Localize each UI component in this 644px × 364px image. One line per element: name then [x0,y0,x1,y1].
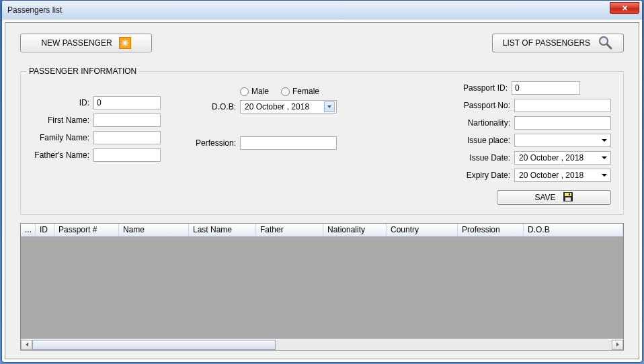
grid-hscrollbar[interactable] [21,338,623,350]
grid-col-profession[interactable]: Profession [458,224,524,236]
grid-col-country[interactable]: Country [387,224,458,236]
family-name-field[interactable] [93,131,161,144]
label-family-name: Family Name: [33,133,89,142]
issue-date-picker[interactable]: 20 October , 2018 [514,151,611,165]
grid-col-nationality[interactable]: Nationality [323,224,387,236]
label-issue-place: Issue place: [456,136,510,145]
expiry-date-picker[interactable]: 20 October , 2018 [514,169,611,182]
nationality-field[interactable] [514,116,611,130]
window: Passengers list ✕ NEW PASSENGER LIST OF … [1,0,643,363]
save-button[interactable]: SAVE [497,190,611,205]
label-dob: D.O.B: [194,102,236,111]
scroll-thumb[interactable] [32,340,276,350]
label-passport-id: Passport ID: [454,83,508,93]
grid-col-passport[interactable]: Passport # [54,224,119,236]
form-grid: ID: First Name: Family Name: Father's Na… [33,81,611,205]
svg-rect-7 [565,193,571,196]
grid-col-dob[interactable]: D.O.B [524,224,623,236]
label-profession: Perfession: [194,138,236,148]
chevron-down-icon [600,153,609,163]
chevron-down-icon [600,136,609,145]
male-radio[interactable]: Male [240,87,269,96]
search-icon [597,34,613,52]
label-nationality: Nartionality: [456,118,510,128]
scroll-left-button[interactable] [21,340,32,350]
scroll-track[interactable] [32,340,612,350]
new-passenger-label: NEW PASSENGER [41,38,112,48]
close-button[interactable]: ✕ [610,2,639,14]
chevron-down-icon [600,171,609,180]
label-expiry-date: Expiry Date: [456,171,510,180]
col-right: Passport ID: Passport No: Nartionality: … [376,81,611,205]
label-passport-no: Passport No: [456,101,510,110]
grid-col-select[interactable]: ... [21,224,36,236]
male-radio-input[interactable] [240,87,249,96]
window-title: Passengers list [7,5,62,15]
issue-date-value: 20 October , 2018 [519,153,583,163]
grid-header: ... ID Passport # Name Last Name Father … [21,224,623,237]
svg-line-5 [607,44,611,48]
female-radio-input[interactable] [281,87,290,96]
grid-col-lastname[interactable]: Last Name [189,224,256,236]
close-icon: ✕ [622,5,628,12]
passport-no-field[interactable] [514,99,611,112]
fathers-name-field[interactable] [93,148,161,162]
grid-col-id[interactable]: ID [36,224,54,236]
id-field[interactable] [93,96,161,109]
label-fathers-name: Father's Name: [33,150,89,160]
new-passenger-button[interactable]: NEW PASSENGER [20,34,152,52]
save-label: SAVE [534,193,555,202]
expiry-date-value: 20 October , 2018 [519,171,583,180]
list-of-passengers-button[interactable]: LIST OF PASSENGERS [492,34,624,52]
col-left: ID: First Name: Family Name: Father's Na… [33,81,188,205]
grid-col-father[interactable]: Father [256,224,323,236]
titlebar: Passengers list ✕ [2,1,642,19]
female-label: Female [292,87,319,96]
profession-field[interactable] [240,136,337,150]
group-title: PASSENGER INFORMATION [26,66,139,76]
issue-place-combo[interactable] [514,134,611,147]
grid-col-name[interactable]: Name [119,224,189,236]
label-issue-date: Issue Date: [456,153,510,163]
male-label: Male [251,87,269,96]
new-icon [119,37,131,49]
passenger-info-group: PASSENGER INFORMATION ID: First Name: Fa… [20,71,624,215]
label-id: ID: [33,98,89,107]
grid-body [21,237,623,338]
passengers-grid[interactable]: ... ID Passport # Name Last Name Father … [20,223,624,351]
label-first-name: First Name: [33,116,89,125]
col-middle: Male Female D.O.B: 20 October , 2018 [194,81,369,205]
first-name-field[interactable] [93,113,161,127]
calendar-icon [324,101,335,112]
list-of-passengers-label: LIST OF PASSENGERS [503,38,590,48]
dob-datepicker[interactable]: 20 October , 2018 [240,100,337,113]
svg-rect-8 [565,197,571,201]
scroll-right-button[interactable] [612,340,623,350]
client-area: NEW PASSENGER LIST OF PASSENGERS PASSENG… [5,22,639,359]
svg-rect-9 [569,193,570,195]
female-radio[interactable]: Female [281,87,319,96]
floppy-icon [563,191,573,204]
toolbar: NEW PASSENGER LIST OF PASSENGERS [20,34,624,52]
passport-id-field[interactable] [512,81,580,95]
dob-value: 20 October , 2018 [245,102,309,111]
